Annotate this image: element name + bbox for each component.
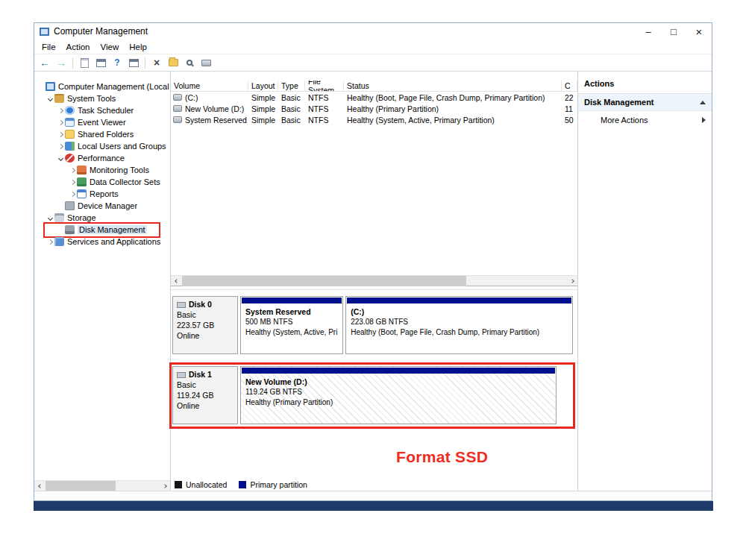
window-title: Computer Management [54,26,148,37]
find-icon[interactable] [182,55,197,70]
help-icon[interactable]: ? [110,55,125,70]
menu-action[interactable]: Action [61,43,95,51]
event-viewer-icon [65,118,75,127]
submenu-arrow-icon[interactable] [702,117,706,123]
toolbar: ← → ? × [34,54,712,72]
scroll-thumb[interactable] [182,276,466,286]
delete-volume-icon[interactable]: × [149,55,164,70]
collapse-section-icon[interactable] [700,101,706,104]
tree-item-computer-management[interactable]: Computer Management (Local [34,81,170,92]
table-row-system-reserved[interactable]: System Reserved Simple Basic NTFS Health… [171,114,577,125]
menu-help[interactable]: Help [124,43,152,51]
disk-icon [177,302,186,308]
maximize-button[interactable]: □ [661,23,686,40]
window-controls: – □ × [636,23,712,40]
tree-item-performance[interactable]: Performance [34,152,170,164]
chevron-right-icon[interactable] [68,180,77,184]
primary-partition-bar [347,298,571,303]
disk-1-partitions: New Volume (D:) 119.24 GB NTFS Healthy (… [238,366,573,424]
primary-partition-bar [242,368,555,374]
title-bar: Computer Management – □ × [34,23,712,40]
tree-item-data-collector-sets[interactable]: Data Collector Sets [34,176,170,188]
column-volume[interactable]: Volume [171,81,248,91]
volume-table: Volume Layout Type File System Status C … [171,81,577,125]
actions-more-actions[interactable]: More Actions [578,111,712,129]
chevron-down-icon[interactable] [46,216,54,220]
task-scheduler-icon [65,106,75,115]
column-layout[interactable]: Layout [248,81,278,91]
toolbar-separator [72,57,73,69]
partition-new-volume-d[interactable]: New Volume (D:) 119.24 GB NTFS Healthy (… [240,366,557,424]
tree-item-shared-folders[interactable]: Shared Folders [34,128,170,140]
users-icon [65,142,75,151]
scroll-left-arrow[interactable] [171,276,182,286]
column-file-system[interactable]: File System [305,81,344,91]
device-manager-icon [65,201,75,210]
scroll-track[interactable] [182,276,566,286]
tree-item-services-applications[interactable]: Services and Applications [34,236,170,248]
tree-item-reports[interactable]: Reports [34,188,170,200]
status-bar [34,491,712,500]
volume-table-header: Volume Layout Type File System Status C [171,81,577,92]
tree-horizontal-scrollbar[interactable] [34,480,170,491]
bottom-border-bar [34,501,713,511]
disk-rescan-icon[interactable] [198,55,213,70]
monitoring-tools-icon [77,166,87,174]
chevron-down-icon[interactable] [56,157,65,160]
disk-1-header[interactable]: Disk 1 Basic 119.24 GB Online [172,366,238,424]
partition-system-reserved[interactable]: System Reserved 500 MB NTFS Healthy (Sys… [240,296,343,354]
show-console-tree-icon[interactable] [77,55,92,70]
column-status[interactable]: Status [344,81,562,91]
back-icon[interactable]: ← [37,55,52,70]
tree-item-storage[interactable]: Storage [34,212,170,224]
minimize-button[interactable]: – [636,23,661,40]
table-row-new-volume-d[interactable]: New Volume (D:) Simple Basic NTFS Health… [171,103,577,114]
export-list-icon[interactable] [93,55,108,70]
tree-item-disk-management[interactable]: Disk Management [34,224,170,236]
chevron-right-icon[interactable] [56,121,65,125]
tree-item-device-manager[interactable]: Device Manager [34,200,170,212]
volume-list: Volume Layout Type File System Status C … [171,72,577,286]
reports-icon [77,189,87,198]
legend: Unallocated Primary partition [175,480,307,489]
shared-folders-icon [65,130,75,139]
forward-icon[interactable]: → [54,55,69,70]
scroll-right-arrow[interactable] [159,481,170,491]
close-button[interactable]: × [686,23,712,40]
properties-icon[interactable] [126,55,141,70]
disk-1-row: Disk 1 Basic 119.24 GB Online New Volume… [172,366,573,424]
tree-item-monitoring-tools[interactable]: Monitoring Tools [34,164,170,176]
graphical-disk-view: Disk 0 Basic 223.57 GB Online System Res… [171,289,577,491]
chevron-right-icon[interactable] [56,133,65,136]
chevron-right-icon[interactable] [68,192,77,196]
column-type[interactable]: Type [278,81,305,91]
disk-0-row: Disk 0 Basic 223.57 GB Online System Res… [172,296,573,354]
console-tree: Computer Management (Local System Tools … [34,72,171,491]
menu-view[interactable]: View [95,43,125,51]
tree-item-system-tools[interactable]: System Tools [34,92,170,104]
services-icon [54,237,64,246]
disk-0-header[interactable]: Disk 0 Basic 223.57 GB Online [172,296,238,354]
tree-item-event-viewer[interactable]: Event Viewer [34,116,170,128]
disk-management-view: Volume Layout Type File System Status C … [171,72,577,491]
partition-c[interactable]: (C:) 223.08 GB NTFS Healthy (Boot, Page … [345,296,573,354]
menu-file[interactable]: File [37,43,61,51]
volume-list-horizontal-scrollbar[interactable] [171,275,577,286]
open-folder-icon[interactable] [166,55,181,70]
menu-bar: File Action View Help [34,40,712,54]
tree-item-task-scheduler[interactable]: Task Scheduler [34,104,170,116]
column-capacity[interactable]: C [562,81,577,91]
chevron-right-icon[interactable] [46,240,54,244]
actions-section-disk-management[interactable]: Disk Management [578,94,712,111]
chevron-right-icon[interactable] [56,109,65,113]
table-row-volume-c[interactable]: (C:) Simple Basic NTFS Healthy (Boot, Pa… [171,92,577,103]
chevron-down-icon[interactable] [46,97,54,101]
scroll-left-arrow[interactable] [34,481,46,491]
scroll-right-arrow[interactable] [566,276,577,286]
tree-item-local-users-groups[interactable]: Local Users and Groups [34,140,170,152]
scroll-track[interactable] [46,481,159,491]
chevron-right-icon[interactable] [56,145,65,148]
chevron-right-icon[interactable] [68,169,77,172]
actions-pane-title: Actions [578,79,712,94]
scroll-thumb[interactable] [46,481,116,491]
